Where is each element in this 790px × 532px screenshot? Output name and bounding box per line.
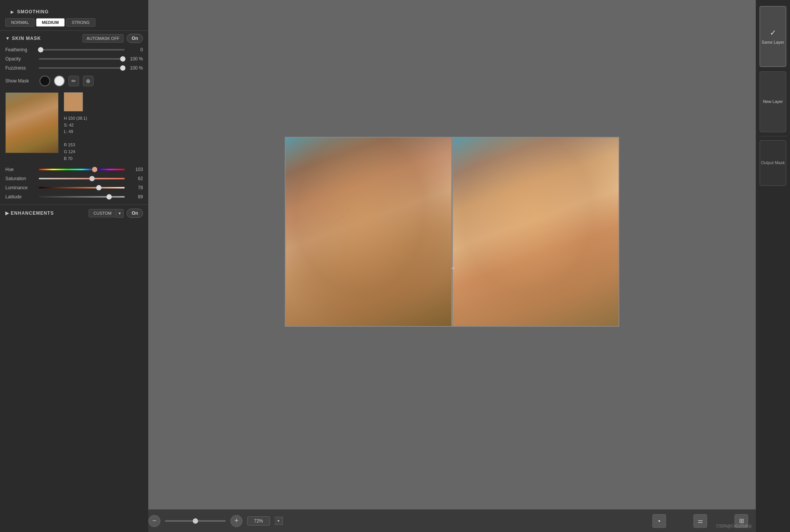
skin-mask-controls: AUTOMASK OFF On: [82, 34, 143, 43]
zoom-input[interactable]: [247, 516, 270, 526]
zoom-out-button[interactable]: −: [148, 515, 160, 527]
feathering-label: Feathering: [5, 47, 36, 52]
saturation-value: 62: [128, 176, 143, 181]
new-layer-label: New Layer: [763, 99, 783, 104]
freckles-left: [286, 138, 451, 326]
view-split-button[interactable]: ⚌: [693, 514, 707, 528]
enhancements-header: ▶ ENHANCEMENTS CUSTOM ▾ On: [5, 207, 143, 219]
latitude-row: Latitude 89: [0, 192, 148, 201]
smoothing-normal-button[interactable]: NORMAL: [5, 18, 35, 27]
watermark: CSDN@CoCo玛奇朵: [716, 524, 752, 529]
view-single-button[interactable]: ▪: [652, 514, 666, 528]
skin-mask-header: ▼ SKIN MASK AUTOMASK OFF On: [0, 31, 148, 45]
enhancements-title: ▶ ENHANCEMENTS: [5, 211, 54, 216]
zoom-in-button[interactable]: +: [230, 515, 243, 527]
color-hsl-text: H 150 (38.1) S: 42 L: 49 R 153 G 124 B 7…: [64, 115, 87, 162]
latitude-value: 89: [128, 194, 143, 200]
show-mask-row: Show Mask ✏ ⊕: [0, 73, 148, 89]
zoom-slider-thumb[interactable]: [193, 518, 198, 524]
saturation-slider[interactable]: [39, 178, 125, 179]
cursor-hint: ✚: [451, 266, 455, 271]
opacity-slider[interactable]: [39, 58, 125, 60]
eyedropper-plus-icon: ⊕: [86, 78, 90, 84]
zoom-dropdown-button[interactable]: ▾: [274, 517, 283, 525]
latitude-slider[interactable]: [39, 196, 125, 198]
smoothing-buttons-group: NORMAL MEDIUM STRONG: [5, 18, 143, 27]
new-layer-button[interactable]: New Layer: [760, 71, 786, 132]
view-split-icon: ⚌: [698, 517, 703, 524]
luminance-row: Luminance 78: [0, 183, 148, 192]
smoothing-arrow-icon: ▶: [11, 10, 14, 14]
check-mark-icon: ✓: [770, 27, 776, 38]
skin-mask-label: SKIN MASK: [12, 36, 41, 41]
skin-mask-arrow-icon: ▼: [5, 36, 10, 41]
latitude-label: Latitude: [5, 194, 36, 200]
bottom-toolbar: − + ▾ ▪ ⚌ ⊞: [148, 509, 756, 532]
output-mask-label: Output Mask: [761, 160, 785, 166]
fuzziness-row: Fuzziness 100 %: [0, 63, 148, 73]
show-mask-label: Show Mask: [5, 78, 36, 84]
smoothing-medium-button[interactable]: MEDIUM: [36, 18, 65, 27]
fuzziness-slider[interactable]: [39, 67, 125, 69]
right-panel-separator: [759, 136, 787, 136]
opacity-value: 100 %: [128, 56, 143, 62]
color-preview-area: H 150 (38.1) S: 42 L: 49 R 153 G 124 B 7…: [0, 89, 148, 165]
luminance-label: Luminance: [5, 185, 36, 190]
luminance-value: 78: [128, 185, 143, 190]
color-info-panel: H 150 (38.1) S: 42 L: 49 R 153 G 124 B 7…: [64, 92, 87, 162]
skin-mask-title: ▼ SKIN MASK: [5, 36, 41, 41]
feathering-slider[interactable]: [39, 49, 125, 51]
pencil-icon: ✏: [71, 78, 76, 84]
custom-dropdown-button[interactable]: ▾: [116, 209, 124, 218]
mask-pencil-tool[interactable]: ✏: [68, 76, 79, 86]
opacity-label: Opacity: [5, 56, 36, 62]
enhancements-arrow-icon: ▶: [5, 211, 9, 216]
hue-thumb[interactable]: [92, 167, 97, 172]
mask-picker-tool[interactable]: ⊕: [83, 76, 94, 86]
skin-thumbnail: [5, 92, 59, 153]
opacity-row: Opacity 100 %: [0, 54, 148, 63]
saturation-label: Saturation: [5, 176, 36, 181]
smoothing-section: ▶ SMOOTHING NORMAL MEDIUM STRONG: [0, 4, 148, 31]
image-left: [285, 137, 452, 327]
opacity-thumb[interactable]: [120, 56, 125, 62]
view-single-icon: ▪: [658, 518, 660, 524]
hue-row: Hue 103: [0, 165, 148, 174]
center-area: ✚ − + ▾ ▪ ⚌ ⊞: [148, 0, 756, 532]
custom-button[interactable]: CUSTOM: [89, 209, 116, 217]
fuzziness-value: 100 %: [128, 65, 143, 71]
zoom-slider[interactable]: [165, 520, 226, 522]
mask-black-circle[interactable]: [40, 76, 50, 86]
mask-white-circle[interactable]: [54, 76, 65, 86]
fuzziness-label: Fuzziness: [5, 65, 36, 71]
fuzziness-thumb[interactable]: [120, 65, 125, 71]
same-layer-button[interactable]: ✓ Same Layer: [760, 6, 786, 67]
saturation-thumb[interactable]: [89, 176, 95, 181]
enhancements-label: ENHANCEMENTS: [11, 211, 54, 216]
smoothing-strong-button[interactable]: STRONG: [66, 18, 95, 27]
enhancements-on-button[interactable]: On: [127, 209, 143, 218]
skin-mask-on-button[interactable]: On: [127, 34, 143, 43]
luminance-slider[interactable]: [39, 187, 125, 188]
skin-mask-section: ▼ SKIN MASK AUTOMASK OFF On Feathering 0…: [0, 31, 148, 201]
output-mask-button[interactable]: Output Mask: [760, 140, 786, 186]
hue-label: Hue: [5, 167, 36, 172]
hue-slider[interactable]: [39, 169, 125, 170]
right-panel: ✓ Same Layer New Layer Output Mask: [756, 0, 790, 532]
left-panel: ▶ SMOOTHING NORMAL MEDIUM STRONG ▼ SKIN …: [0, 0, 148, 532]
saturation-row: Saturation 62: [0, 174, 148, 183]
luminance-thumb[interactable]: [96, 185, 102, 190]
hue-value: 103: [128, 167, 143, 172]
same-layer-label: Same Layer: [761, 40, 784, 45]
enhancements-section: ▶ ENHANCEMENTS CUSTOM ▾ On: [0, 204, 148, 223]
custom-btn-group: CUSTOM ▾: [89, 209, 124, 218]
feathering-thumb[interactable]: [38, 47, 43, 52]
canvas-area[interactable]: ✚: [148, 0, 756, 509]
smoothing-header: ▶ SMOOTHING: [5, 6, 143, 17]
enhancements-controls: CUSTOM ▾ On: [89, 209, 143, 218]
smoothing-label: SMOOTHING: [17, 9, 49, 14]
latitude-thumb[interactable]: [106, 194, 112, 200]
image-container: [285, 137, 619, 327]
image-right: [452, 137, 619, 327]
automask-button[interactable]: AUTOMASK OFF: [82, 34, 124, 43]
